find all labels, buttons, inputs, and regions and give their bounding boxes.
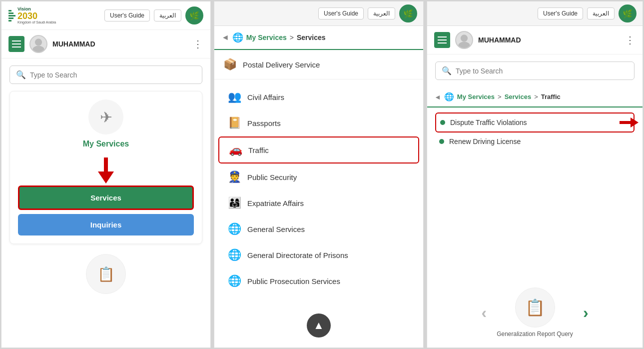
p3-search-input[interactable] [456,67,628,75]
avatar [29,35,47,53]
postal-delivery-item[interactable]: 📦 Postal Delivery Service [214,50,423,80]
service-item-expatriate[interactable]: 👨‍👩‍👧 Expatriate Affairs [218,190,419,216]
bottom-icon-circle: 📋 [86,254,126,294]
more-options-icon[interactable]: ⋮ [193,38,203,50]
p3-services-link[interactable]: Services [505,93,532,100]
vision-tagline: Kingdom of Saudi Arabia [17,20,56,24]
p2-gov-logo: 🌿 [399,4,417,22]
civil-label: Civil Affairs [247,93,284,102]
p3-breadcrumb: ◄ 🌐 My Services > Services > Traffic [427,87,643,108]
p3-traffic-current: Traffic [541,93,561,100]
service-item-civil[interactable]: 👥 Civil Affairs [218,84,419,110]
hamburger-menu-button[interactable] [8,36,24,52]
svg-point-3 [458,42,470,49]
dispute-list: Dispute Traffic Violations Renew Driving… [427,108,643,156]
service-item-prosecution[interactable]: 🌐 Public Prosecution Services [218,268,419,294]
expatriate-label: Expatriate Affairs [247,199,304,208]
search-icon: 🔍 [16,70,26,80]
p2-users-guide-button[interactable]: User's Guide [318,8,364,20]
p3-users-guide-button[interactable]: User's Guide [538,8,583,20]
renew-driving-item[interactable]: Renew Driving License [435,132,635,150]
p3-hamburger-menu-button[interactable] [434,32,450,48]
expatriate-icon: 👨‍👩‍👧 [227,196,241,210]
renew-bullet [439,139,444,144]
svg-point-0 [35,38,42,46]
p3-arabic-button[interactable]: العربية [587,8,615,20]
dispute-arrow-stem [620,121,631,124]
bottom-icon-area: 📋 [1,249,210,299]
p2-breadcrumb: ◄ 🌐 My Services > Services [214,26,423,50]
my-services-widget: ✈ My Services Services Inquiries [9,91,202,244]
user-name: MUHAMMAD [52,40,188,48]
search-bar: 🔍 [9,66,202,84]
inquiries-button[interactable]: Inquiries [18,214,194,236]
p3-back-arrow-icon[interactable]: ◄ [434,93,441,101]
arrow-head-down [98,172,114,184]
breadcrumb-services: Services [297,34,326,42]
service-list: 👥 Civil Affairs 📔 Passports 🚗 Traffic [214,80,423,348]
p3-avatar-icon [456,31,472,49]
p3-user-name: MUHAMMAD [478,36,620,44]
carousel-section: ‹ 📋 Generalization Report Query › [427,156,643,348]
carousel-prev-button[interactable]: ‹ [481,304,487,322]
traffic-icon: 🚗 [228,144,242,156]
document-icon: 📋 [97,266,115,282]
dispute-traffic-item[interactable]: Dispute Traffic Violations [435,112,635,132]
postal-icon: 📦 [223,58,237,71]
svg-point-2 [461,34,468,42]
back-arrow-icon[interactable]: ◄ [221,33,229,42]
dispute-arrow-head [631,118,639,128]
arrow-down-indicator [98,158,114,184]
postal-label: Postal Delivery Service [243,60,320,69]
carousel-next-button[interactable]: › [583,304,589,322]
general-services-label: General Services [247,225,305,234]
globe-icon-circle: ✈ [88,100,123,134]
scroll-up-button[interactable]: ▲ [307,314,331,338]
prisons-icon: 🌐 [227,248,241,262]
p3-breadcrumb-globe-icon: 🌐 [444,92,454,102]
search-input[interactable] [30,71,196,79]
breadcrumb-globe-icon: 🌐 [232,32,243,43]
general-services-icon: 🌐 [227,222,241,236]
passports-icon: 📔 [227,116,241,130]
service-item-general[interactable]: 🌐 General Services [218,216,419,242]
public-security-icon: 👮 [227,170,241,184]
users-guide-button[interactable]: User's Guide [104,10,150,22]
carousel-controls: ‹ 📋 Generalization Report Query › [427,288,643,338]
p3-my-services-link[interactable]: My Services [457,93,495,100]
avatar-icon [30,35,46,53]
service-item-traffic[interactable]: 🚗 Traffic [218,136,419,164]
p2-arabic-button[interactable]: العربية [368,8,395,20]
prisons-label: General Directorate of Prisons [247,251,348,260]
traffic-label: Traffic [248,146,269,154]
arabic-button[interactable]: العربية [154,10,181,22]
vision-year: 2030 [17,12,56,20]
public-security-label: Public Security [247,173,297,182]
prosecution-icon: 🌐 [227,274,241,288]
carousel-doc-icon: 📋 [525,298,545,317]
breadcrumb-sep1: > [290,34,294,42]
p3-more-options-icon[interactable]: ⋮ [625,34,636,46]
p3-gov-logo: 🌿 [619,4,637,22]
service-item-public-security[interactable]: 👮 Public Security [218,164,419,190]
p3-sep2: > [534,93,538,100]
prosecution-label: Public Prosecution Services [247,277,340,286]
breadcrumb-my-services[interactable]: My Services [246,34,287,42]
my-services-title: My Services [83,140,129,148]
service-item-prisons[interactable]: 🌐 General Directorate of Prisons [218,242,419,268]
passports-label: Passports [247,119,281,128]
dispute-arrow-indicator [620,118,639,128]
services-button[interactable]: Services [18,186,194,210]
carousel-icon-circle: 📋 [515,288,555,328]
globe-icon: ✈ [100,108,112,126]
carousel-item-label: Generalization Report Query [497,330,573,338]
p3-avatar [455,31,473,49]
civil-icon: 👥 [227,90,241,104]
dispute-bullet [440,120,445,125]
p3-search-icon: 🔍 [442,66,452,76]
gov-logo: 🌿 [185,6,203,24]
arrow-stem-down [104,158,108,172]
dispute-label: Dispute Traffic Violations [450,118,527,126]
service-item-passports[interactable]: 📔 Passports [218,110,419,136]
renew-label: Renew Driving License [449,138,521,146]
